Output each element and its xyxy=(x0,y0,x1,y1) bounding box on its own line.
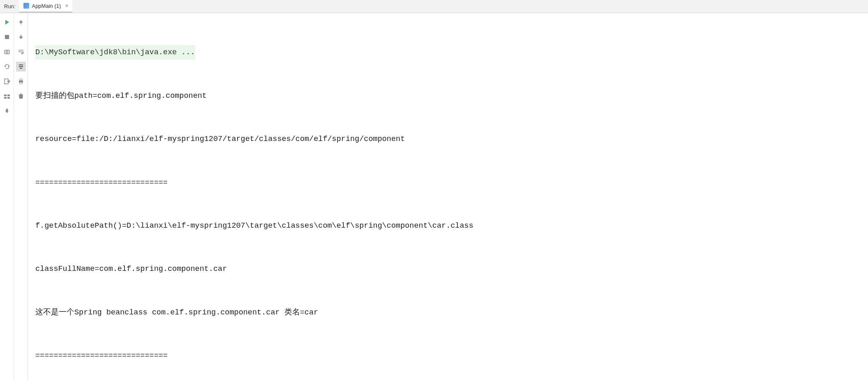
app-icon xyxy=(23,3,29,9)
run-panel-header: Run: AppMain (1) × xyxy=(0,0,868,13)
toolbar-left xyxy=(0,13,14,381)
svg-rect-7 xyxy=(7,97,10,99)
output-line: ============================= xyxy=(35,175,861,190)
stop-button[interactable] xyxy=(2,32,12,42)
exit-button[interactable] xyxy=(2,76,12,86)
up-button[interactable] xyxy=(16,17,26,27)
run-label: Run: xyxy=(0,3,19,9)
delete-button[interactable] xyxy=(16,91,26,101)
dump-threads-button[interactable] xyxy=(2,47,12,57)
svg-rect-8 xyxy=(21,22,21,24)
restart-button[interactable] xyxy=(2,62,12,72)
svg-rect-9 xyxy=(21,35,21,37)
output-line: 这不是一个Spring beanclass com.elf.spring.com… xyxy=(35,305,861,320)
svg-rect-11 xyxy=(20,79,22,81)
layout-button[interactable] xyxy=(2,91,12,101)
print-button[interactable] xyxy=(16,76,26,86)
output-line: ============================= xyxy=(35,349,861,363)
pin-button[interactable] xyxy=(2,106,12,116)
svg-rect-5 xyxy=(7,95,10,96)
rerun-button[interactable] xyxy=(2,17,12,27)
scroll-to-end-button[interactable] xyxy=(16,62,26,72)
svg-rect-4 xyxy=(4,95,7,96)
command-line: D:\MySoftware\jdk8\bin\java.exe ... xyxy=(35,45,195,60)
down-button[interactable] xyxy=(16,32,26,42)
console-output[interactable]: D:\MySoftware\jdk8\bin\java.exe ... 要扫描的… xyxy=(28,13,868,381)
svg-rect-6 xyxy=(4,97,7,99)
output-line: classFullName=com.elf.spring.component.c… xyxy=(35,262,861,276)
svg-point-2 xyxy=(6,51,8,53)
output-line: f.getAbsolutePath()=D:\lianxi\elf-myspri… xyxy=(35,219,861,233)
output-line: 要扫描的包path=com.elf.spring.component xyxy=(35,89,861,103)
svg-rect-0 xyxy=(5,35,9,39)
soft-wrap-button[interactable] xyxy=(16,47,26,57)
svg-rect-12 xyxy=(20,82,22,84)
tab-label: AppMain (1) xyxy=(32,3,61,9)
run-config-tab[interactable]: AppMain (1) × xyxy=(19,0,72,13)
toolbar-mid xyxy=(14,13,28,381)
close-icon[interactable]: × xyxy=(63,2,68,9)
output-line: resource=file:/D:/lianxi/elf-myspring120… xyxy=(35,132,861,146)
